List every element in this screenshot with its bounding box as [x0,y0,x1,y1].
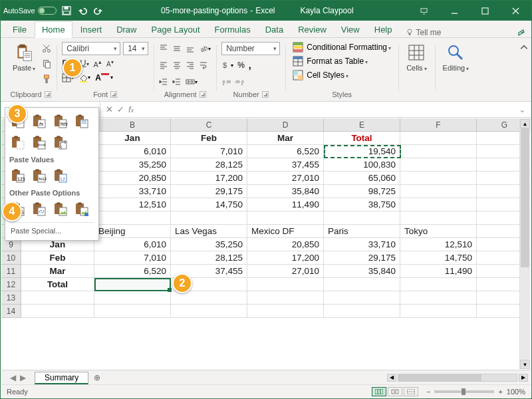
paste-keep-width-icon[interactable] [31,134,48,151]
tab-view[interactable]: View [334,22,366,37]
cell[interactable] [94,211,171,225]
page-break-view-button[interactable] [404,387,418,396]
cell[interactable]: 33,710 [94,185,171,198]
accounting-format-button[interactable]: $▾ [221,59,233,72]
cell[interactable]: Mar [247,132,324,145]
cell[interactable]: 29,175 [324,251,400,265]
paste-values-number-icon[interactable]: %12 [31,167,48,184]
font-color-button[interactable]: A▾ [95,71,113,84]
zoom-in-icon[interactable]: + [498,388,502,396]
cell[interactable]: 6,010 [94,238,171,251]
cell[interactable]: 6,010 [94,145,171,158]
normal-view-button[interactable] [372,387,386,396]
cell[interactable]: 14,750 [400,251,477,265]
zoom-out-icon[interactable]: − [426,388,430,396]
cell[interactable]: 35,840 [324,265,400,278]
tab-data[interactable]: Data [259,22,290,37]
save-icon[interactable] [61,5,72,17]
page-layout-view-button[interactable] [388,387,402,396]
cell[interactable]: 17,200 [171,172,247,185]
paste-values-icon[interactable]: 123 [9,167,27,184]
enter-formula-icon[interactable]: ✓ [117,104,124,114]
cell[interactable]: 28,125 [171,251,247,265]
clipboard-launcher-icon[interactable] [45,91,51,98]
cell[interactable] [21,305,94,318]
cell[interactable]: Total [21,278,94,291]
paste-values-format-icon[interactable]: 12 [52,167,69,184]
align-left-button[interactable] [159,59,168,72]
column-header[interactable]: B [94,118,171,132]
cell-styles-button[interactable]: Cell Styles [293,70,348,80]
paste-button[interactable]: Paste [10,42,38,73]
cell[interactable]: 28,125 [171,158,247,172]
cell[interactable]: 33,710 [324,238,400,251]
cell[interactable]: 27,010 [247,172,324,185]
cell[interactable] [171,211,247,225]
zoom-slider[interactable] [434,390,494,393]
cell[interactable] [400,278,477,291]
cell[interactable]: Paris [324,225,400,238]
cell[interactable]: 98,725 [324,185,400,198]
cancel-formula-icon[interactable]: ✕ [106,104,113,114]
cell[interactable]: 38,750 [324,198,400,211]
cell[interactable]: Feb [21,251,94,265]
cell[interactable] [400,291,477,305]
column-header[interactable]: C [171,118,247,132]
cell[interactable]: Las Vegas [171,225,247,238]
cell[interactable]: 27,010 [247,265,324,278]
merge-button[interactable]: ▾ [186,75,198,88]
cell[interactable] [94,305,171,318]
cell[interactable] [400,198,477,211]
cell[interactable] [21,291,94,305]
paste-keep-source-icon[interactable] [73,112,90,130]
comma-format-button[interactable]: , [249,59,251,72]
cell[interactable]: 7,010 [94,251,171,265]
tab-page-layout[interactable]: Page Layout [145,22,207,37]
cell[interactable]: 14,750 [171,198,247,211]
cell[interactable] [400,305,477,318]
tell-me-search[interactable]: Tell me [400,28,447,37]
orientation-button[interactable]: ab▾ [199,42,211,55]
increase-decimal-button[interactable]: .0.00 [221,75,231,88]
autosave-toggle[interactable]: AutoSave [3,7,57,15]
decrease-indent-button[interactable] [159,75,168,88]
paste-formulas-number-icon[interactable]: %fx [52,112,69,130]
cell[interactable]: 12,510 [94,198,171,211]
cell[interactable] [247,305,324,318]
paste-formulas-icon[interactable]: fx [31,112,48,130]
cell[interactable]: 100,830 [324,158,400,172]
percent-format-button[interactable]: % [237,59,245,72]
cell[interactable] [400,158,477,172]
zoom-control[interactable]: − + 100% [426,388,525,396]
cell[interactable]: 7,010 [171,145,247,158]
cell[interactable] [324,305,400,318]
editing-button[interactable]: Editing [440,42,472,73]
paste-no-borders-icon[interactable] [9,134,27,151]
decrease-font-button[interactable]: A▾ [106,59,114,68]
font-size-select[interactable]: 14 [123,42,148,55]
conditional-formatting-button[interactable]: Conditional Formatting [293,42,391,53]
undo-icon[interactable] [76,5,88,17]
cell[interactable] [400,211,477,225]
cell[interactable] [171,291,247,305]
cell[interactable]: 29,175 [171,185,247,198]
align-middle-button[interactable] [172,42,182,55]
new-sheet-button[interactable]: ⊕ [88,370,106,384]
sheet-tab-summary[interactable]: Summary [35,372,88,384]
cell[interactable]: Mar [21,265,94,278]
minimize-button[interactable] [441,1,467,21]
format-as-table-button[interactable]: Format as Table [293,56,368,66]
cell[interactable] [324,291,400,305]
paste-special-item[interactable]: Paste Special... [9,222,94,239]
collapse-ribbon-button[interactable] [519,41,529,54]
cell[interactable]: 35,840 [247,185,324,198]
cell[interactable]: 6,520 [94,265,171,278]
cell[interactable]: Jan [94,132,171,145]
align-right-button[interactable] [186,59,195,72]
cell[interactable]: 20,850 [94,172,171,185]
column-header[interactable]: F [400,118,477,132]
cell[interactable]: Feb [171,132,247,145]
font-launcher-icon[interactable] [110,91,117,98]
cell[interactable] [400,185,477,198]
expand-formula-bar-icon[interactable]: ⌄ [513,104,531,114]
